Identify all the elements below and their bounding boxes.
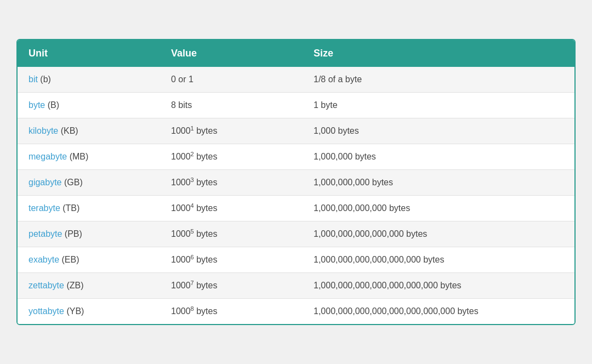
header-unit: Unit xyxy=(18,40,160,67)
table-row: byte (B)8 bits1 byte xyxy=(18,93,574,118)
value-cell: 10002 bytes xyxy=(160,144,303,170)
value-suffix: bytes xyxy=(194,178,218,187)
unit-link[interactable]: yottabyte xyxy=(29,306,64,316)
value-base: 1000 xyxy=(171,203,191,213)
unit-link[interactable]: petabyte xyxy=(29,229,62,238)
size-cell: 1,000 bytes xyxy=(303,118,574,144)
unit-cell: bit (b) xyxy=(18,67,160,93)
table-row: bit (b)0 or 11/8 of a byte xyxy=(18,67,574,93)
unit-suffix: (YB) xyxy=(64,306,84,316)
unit-cell: terabyte (TB) xyxy=(18,196,160,221)
unit-link[interactable]: kilobyte xyxy=(29,126,58,135)
table-row: zettabyte (ZB)10007 bytes1,000,000,000,0… xyxy=(18,273,574,299)
value-suffix: bytes xyxy=(194,306,218,316)
value-suffix: bytes xyxy=(194,255,218,264)
table-row: petabyte (PB)10005 bytes1,000,000,000,00… xyxy=(18,221,574,247)
table-row: exabyte (EB)10006 bytes1,000,000,000,000… xyxy=(18,247,574,273)
unit-cell: gigabyte (GB) xyxy=(18,170,160,196)
value-cell: 10003 bytes xyxy=(160,170,303,196)
size-cell: 1/8 of a byte xyxy=(303,67,574,93)
value-suffix: bytes xyxy=(194,203,218,213)
table-row: terabyte (TB)10004 bytes1,000,000,000,00… xyxy=(18,196,574,221)
size-cell: 1,000,000,000 bytes xyxy=(303,170,574,196)
value-suffix: bytes xyxy=(194,152,218,161)
value-base: 1000 xyxy=(171,229,191,238)
value-cell: 10008 bytes xyxy=(160,299,303,325)
table-row: kilobyte (KB)10001 bytes1,000 bytes xyxy=(18,118,574,144)
value-base: 1000 xyxy=(171,152,191,161)
size-cell: 1,000,000,000,000,000,000 bytes xyxy=(303,247,574,273)
value-cell: 10004 bytes xyxy=(160,196,303,221)
unit-cell: megabyte (MB) xyxy=(18,144,160,170)
header-value: Value xyxy=(160,40,303,67)
unit-suffix: (KB) xyxy=(58,126,78,135)
table-row: megabyte (MB)10002 bytes1,000,000 bytes xyxy=(18,144,574,170)
unit-cell: byte (B) xyxy=(18,93,160,118)
unit-cell: petabyte (PB) xyxy=(18,221,160,247)
unit-link[interactable]: zettabyte xyxy=(29,281,64,290)
unit-suffix: (B) xyxy=(45,100,59,110)
unit-suffix: (GB) xyxy=(62,178,83,187)
value-base: 1000 xyxy=(171,126,191,135)
value-suffix: bytes xyxy=(194,281,218,290)
value-cell: 10005 bytes xyxy=(160,221,303,247)
unit-link[interactable]: exabyte xyxy=(29,255,59,264)
value-cell: 8 bits xyxy=(160,93,303,118)
table-row: gigabyte (GB)10003 bytes1,000,000,000 by… xyxy=(18,170,574,196)
value-cell: 10001 bytes xyxy=(160,118,303,144)
value-base: 1000 xyxy=(171,178,191,187)
unit-link[interactable]: bit xyxy=(29,75,38,84)
unit-suffix: (ZB) xyxy=(64,281,84,290)
unit-cell: kilobyte (KB) xyxy=(18,118,160,144)
unit-suffix: (b) xyxy=(38,75,51,84)
size-cell: 1,000,000,000,000,000,000,000 bytes xyxy=(303,273,574,299)
value-cell: 10006 bytes xyxy=(160,247,303,273)
value-cell: 0 or 1 xyxy=(160,67,303,93)
unit-suffix: (EB) xyxy=(59,255,79,264)
unit-suffix: (TB) xyxy=(60,203,80,213)
unit-link[interactable]: terabyte xyxy=(29,203,60,213)
unit-cell: exabyte (EB) xyxy=(18,247,160,273)
unit-suffix: (MB) xyxy=(67,152,88,161)
unit-cell: yottabyte (YB) xyxy=(18,299,160,325)
value-cell: 10007 bytes xyxy=(160,273,303,299)
value-suffix: bytes xyxy=(194,126,218,135)
header-size: Size xyxy=(303,40,574,67)
size-cell: 1,000,000,000,000,000,000,000,000 bytes xyxy=(303,299,574,325)
value-base: 1000 xyxy=(171,255,191,264)
size-cell: 1,000,000,000,000,000 bytes xyxy=(303,221,574,247)
table-row: yottabyte (YB)10008 bytes1,000,000,000,0… xyxy=(18,299,574,325)
value-base: 1000 xyxy=(171,281,191,290)
value-suffix: bytes xyxy=(194,229,218,238)
size-cell: 1,000,000,000,000 bytes xyxy=(303,196,574,221)
storage-units-table: Unit Value Size bit (b)0 or 11/8 of a by… xyxy=(16,39,576,325)
size-cell: 1,000,000 bytes xyxy=(303,144,574,170)
size-cell: 1 byte xyxy=(303,93,574,118)
unit-suffix: (PB) xyxy=(62,229,82,238)
value-base: 1000 xyxy=(171,306,191,316)
unit-cell: zettabyte (ZB) xyxy=(18,273,160,299)
table-header-row: Unit Value Size xyxy=(18,40,574,67)
unit-link[interactable]: byte xyxy=(29,100,45,110)
unit-link[interactable]: megabyte xyxy=(29,152,67,161)
unit-link[interactable]: gigabyte xyxy=(29,178,62,187)
